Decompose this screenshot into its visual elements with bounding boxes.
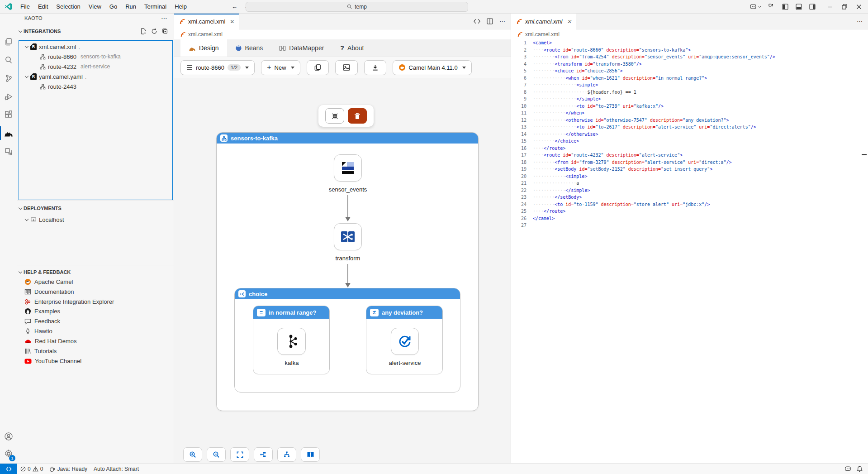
toggle-secondary-sidebar-icon[interactable] bbox=[809, 4, 816, 10]
tab-beans[interactable]: Beans bbox=[227, 39, 271, 57]
tree-item-route-8660[interactable]: route-8660 sensors-to-kafka bbox=[19, 52, 171, 62]
tree-item-localhost[interactable]: Localhost bbox=[19, 215, 171, 225]
code-line[interactable]: 9················</simple> bbox=[511, 96, 868, 103]
tree-item-xml-camel-xml[interactable]: R xml.camel.xml . bbox=[19, 42, 171, 52]
vertical-layout-button[interactable] bbox=[277, 447, 296, 462]
copilot-status-icon[interactable] bbox=[845, 466, 851, 472]
menu-selection[interactable]: Selection bbox=[52, 2, 84, 12]
code-line[interactable]: 18········<from id="from-3279" descripti… bbox=[511, 159, 868, 166]
code-line[interactable]: 14············</otherwise> bbox=[511, 131, 868, 138]
node-alert-service[interactable] bbox=[391, 328, 419, 355]
help-item-red-hat-demos[interactable]: Red Hat Demos bbox=[24, 336, 171, 346]
tab-design[interactable]: Design bbox=[180, 39, 227, 57]
code-line[interactable]: 16····</route> bbox=[511, 145, 868, 152]
new-route-button[interactable]: + New bbox=[261, 60, 300, 75]
catalog-button[interactable] bbox=[301, 447, 320, 462]
toggle-panel-icon[interactable] bbox=[796, 4, 802, 10]
choice-header[interactable]: choice bbox=[235, 288, 460, 299]
code-line[interactable]: 15········</choice> bbox=[511, 138, 868, 145]
settings-gear-icon[interactable]: 1 bbox=[0, 445, 17, 462]
explorer-icon[interactable] bbox=[0, 33, 17, 50]
copilot-icon[interactable] bbox=[750, 4, 761, 10]
run-debug-icon[interactable] bbox=[0, 88, 17, 105]
more-actions-icon[interactable]: ⋯ bbox=[857, 18, 863, 25]
code-line[interactable]: 26</camel> bbox=[511, 215, 868, 222]
code-line[interactable]: 7················<simple> bbox=[511, 81, 868, 89]
help-section-header[interactable]: HELP & FEEDBACK bbox=[19, 267, 172, 277]
route-container-sensors-to-kafka[interactable]: sensors-to-kafka sensor_events bbox=[216, 132, 479, 411]
help-item-youtube-channel[interactable]: YouTube Channel bbox=[24, 356, 171, 366]
extensions-icon[interactable] bbox=[0, 106, 17, 123]
zoom-out-button[interactable] bbox=[207, 447, 226, 462]
back-arrow-icon[interactable]: ← bbox=[232, 3, 237, 10]
code-line[interactable]: 8····················${header.foo} == 1 bbox=[511, 89, 868, 96]
copy-button[interactable] bbox=[307, 60, 329, 75]
choice-container[interactable]: choice = in normal range? bbox=[234, 288, 460, 393]
code-line[interactable]: 20············<simple> bbox=[511, 173, 868, 180]
close-tab-icon[interactable]: ✕ bbox=[567, 19, 571, 25]
kaoto-canvas[interactable]: sensors-to-kafka sensor_events bbox=[174, 78, 511, 463]
breadcrumb[interactable]: xml.camel.xml bbox=[174, 29, 511, 39]
help-item-examples[interactable]: Examples bbox=[24, 306, 171, 316]
panel-more-actions-icon[interactable]: ⋯ bbox=[161, 14, 167, 22]
code-line[interactable]: 6············<when id="when-1621" descri… bbox=[511, 75, 868, 82]
restore-button[interactable] bbox=[842, 4, 847, 10]
collapse-all-icon[interactable] bbox=[162, 28, 168, 34]
tab-datamapper[interactable]: DataMapper bbox=[271, 39, 332, 57]
refresh-icon[interactable] bbox=[151, 28, 157, 34]
code-line[interactable]: 12············<otherwise id="otherwise-7… bbox=[511, 117, 868, 124]
download-button[interactable] bbox=[364, 60, 386, 75]
help-item-apache-camel[interactable]: Apache Camel bbox=[24, 277, 171, 287]
menu-terminal[interactable]: Terminal bbox=[140, 2, 171, 12]
tab-xml-camel-xml-preview[interactable]: xml.camel.xml ✕ bbox=[511, 14, 576, 29]
collapse-container-button[interactable] bbox=[325, 108, 344, 124]
new-file-icon[interactable] bbox=[140, 28, 147, 34]
otherwise-branch[interactable]: ≠ any deviation? alert-service bbox=[366, 306, 443, 374]
help-item-enterprise-integration-explorer[interactable]: Enterprise Integration Explorer bbox=[24, 297, 171, 306]
node-sensor-events[interactable] bbox=[334, 154, 362, 182]
tree-item-route-4232[interactable]: route-4232 alert-service bbox=[19, 62, 171, 72]
help-item-documentation[interactable]: Documentation bbox=[24, 287, 171, 297]
horizontal-layout-button[interactable] bbox=[254, 447, 273, 462]
code-line[interactable]: 5········<choice id="choice-2856"> bbox=[511, 67, 868, 75]
java-status[interactable]: Java: Ready bbox=[46, 464, 90, 474]
breadcrumb[interactable]: xml.camel.xml bbox=[511, 29, 868, 39]
tree-item-route-2443[interactable]: route-2443 bbox=[19, 81, 171, 91]
tab-xml-camel-xml[interactable]: xml.camel.xml ✕ bbox=[174, 14, 239, 29]
source-control-icon[interactable] bbox=[0, 70, 17, 87]
remote-indicator[interactable] bbox=[0, 464, 17, 474]
search-icon[interactable] bbox=[0, 52, 17, 69]
customize-layout-icon[interactable] bbox=[768, 4, 775, 10]
menu-run[interactable]: Run bbox=[121, 2, 140, 12]
split-editor-icon[interactable] bbox=[487, 18, 493, 24]
bell-icon[interactable] bbox=[857, 466, 863, 472]
node-transform[interactable] bbox=[334, 223, 362, 250]
help-item-tutorials[interactable]: Tutorials bbox=[24, 346, 171, 356]
route-container-header[interactable]: sensors-to-kafka bbox=[217, 133, 478, 144]
route-selector-dropdown[interactable]: route-8660 1/2 bbox=[180, 60, 255, 75]
problems-indicator[interactable]: 0 0 bbox=[17, 464, 46, 474]
code-line[interactable]: 2····<route id="route-8660" description=… bbox=[511, 47, 868, 54]
code-line[interactable]: 13················<to id="to-2617" descr… bbox=[511, 124, 868, 131]
accounts-icon[interactable] bbox=[0, 428, 17, 445]
otherwise-branch-header[interactable]: ≠ any deviation? bbox=[366, 306, 442, 319]
close-window-button[interactable] bbox=[856, 4, 862, 10]
menu-help[interactable]: Help bbox=[171, 2, 191, 12]
kaoto-camel-icon[interactable] bbox=[0, 124, 17, 142]
code-line[interactable]: 11············</when> bbox=[511, 110, 868, 117]
code-line[interactable]: 10················<to id="to-2739" uri="… bbox=[511, 103, 868, 110]
code-line[interactable]: 1<camel> bbox=[511, 39, 868, 47]
close-tab-icon[interactable]: ✕ bbox=[230, 19, 234, 25]
code-line[interactable]: 3········<from id="from-4254" descriptio… bbox=[511, 53, 868, 61]
xml-source-editor[interactable]: 1<camel>2····<route id="route-8660" desc… bbox=[511, 39, 868, 463]
menu-go[interactable]: Go bbox=[105, 2, 121, 12]
code-line[interactable]: 19········<setBody id="setBody-2152" des… bbox=[511, 166, 868, 173]
toggle-sidebar-icon[interactable] bbox=[782, 4, 788, 10]
zoom-in-button[interactable] bbox=[183, 447, 202, 462]
more-actions-icon[interactable]: ⋯ bbox=[499, 18, 505, 25]
minimize-button[interactable] bbox=[827, 4, 833, 10]
code-line[interactable]: 22············</simple> bbox=[511, 187, 868, 194]
code-line[interactable]: 25····</route> bbox=[511, 208, 868, 215]
when-branch-header[interactable]: = in normal range? bbox=[253, 306, 329, 319]
open-source-code-icon[interactable] bbox=[474, 19, 480, 24]
